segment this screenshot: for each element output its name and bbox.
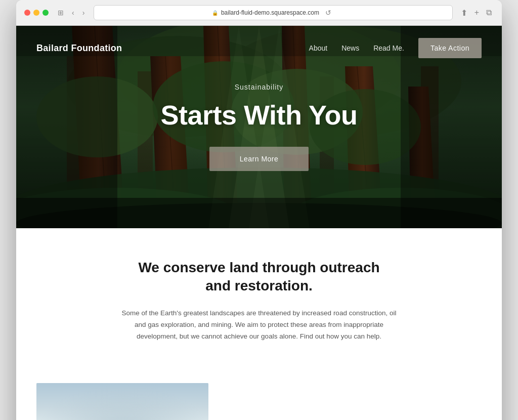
reload-button[interactable]: ↺: [322, 8, 334, 18]
image-preview: [36, 383, 208, 420]
forward-button[interactable]: ›: [79, 8, 88, 18]
navbar: Bailard Foundation About News Read Me. T…: [16, 26, 502, 70]
main-content-section: We conserve land through outreach and re…: [16, 228, 502, 383]
lock-icon: 🔒: [212, 10, 218, 16]
learn-more-button[interactable]: Learn More: [209, 147, 309, 171]
content-body: Some of the Earth's greatest landscapes …: [117, 308, 401, 343]
image-preview-bg: [36, 383, 208, 420]
fullscreen-button[interactable]: [42, 10, 49, 16]
new-tab-button[interactable]: +: [472, 7, 481, 18]
address-bar[interactable]: 🔒 bailard-fluid-demo.squarespace.com ↺: [94, 5, 452, 20]
tab-overview-button[interactable]: ⧉: [484, 7, 494, 18]
content-heading: We conserve land through outreach and re…: [138, 259, 380, 296]
hero-title: Starts With You: [16, 99, 502, 131]
share-button[interactable]: ⬆: [459, 7, 469, 19]
sidebar-toggle-button[interactable]: ⊞: [55, 8, 67, 18]
take-action-button[interactable]: Take Action: [418, 38, 482, 58]
nav-news[interactable]: News: [341, 44, 359, 52]
nav-about[interactable]: About: [309, 44, 328, 52]
browser-window: ⊞ ‹ › 🔒 bailard-fluid-demo.squarespace.c…: [16, 0, 502, 420]
back-button[interactable]: ‹: [69, 8, 77, 18]
hero-subtitle: Sustainability: [16, 83, 502, 91]
browser-controls: ⊞ ‹ ›: [55, 8, 88, 18]
site-logo[interactable]: Bailard Foundation: [36, 43, 122, 54]
svg-rect-28: [16, 198, 502, 228]
nav-links: About News Read Me. Take Action: [309, 38, 482, 58]
traffic-lights: [24, 10, 49, 16]
hero-section: Bailard Foundation About News Read Me. T…: [16, 26, 502, 228]
hero-content: Sustainability Starts With You Learn Mor…: [16, 83, 502, 171]
url-text: bailard-fluid-demo.squarespace.com: [221, 9, 319, 16]
browser-actions: ⬆ + ⧉: [459, 7, 494, 19]
website-content: Bailard Foundation About News Read Me. T…: [16, 26, 502, 420]
minimize-button[interactable]: [33, 10, 39, 16]
bottom-section: ✦ Create A Site Like This Free trial. In…: [16, 383, 502, 420]
browser-chrome: ⊞ ‹ › 🔒 bailard-fluid-demo.squarespace.c…: [16, 0, 502, 26]
nav-read-me[interactable]: Read Me.: [373, 44, 404, 52]
close-button[interactable]: [24, 10, 30, 16]
